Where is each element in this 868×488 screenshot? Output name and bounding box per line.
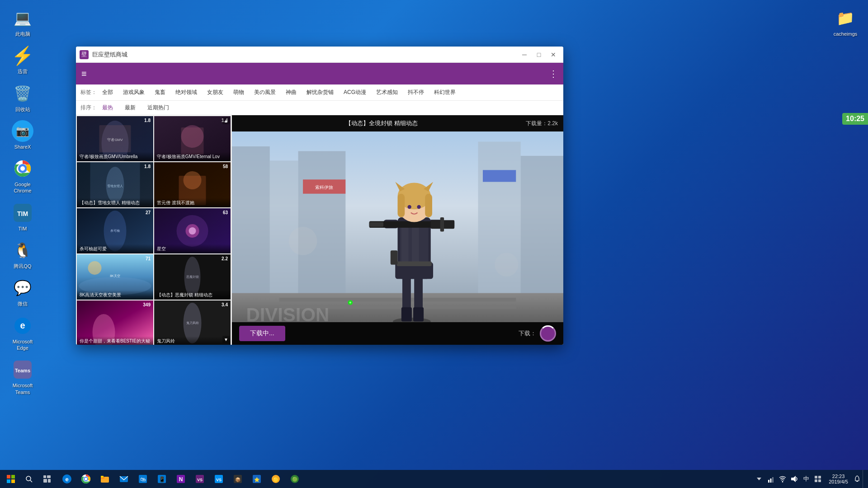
show-desktop-button[interactable] [863,470,866,488]
start-button[interactable] [2,470,20,488]
sort-trending[interactable]: 近期热门 [146,103,171,113]
svg-text:守者GMV: 守者GMV [107,138,123,142]
tray-ime[interactable]: 中 [801,474,811,484]
taskbar-onenote[interactable]: N [172,470,190,488]
thumb-item-3[interactable]: 58 苦元僧 渡我不渡她 [154,162,231,207]
svg-rect-67 [369,222,383,227]
svg-text:🛍: 🛍 [140,476,146,483]
recycle-bin-label: 回收站 [15,106,30,113]
taskbar-app4[interactable]: 🟢 [286,470,304,488]
taskbar-vs2[interactable]: VS [210,470,228,488]
tags-label: 标签： [80,89,97,96]
desktop-icon-wechat[interactable]: 💬 微信 [5,274,41,310]
thumb-item-4[interactable]: 杀可柚 27 杀可柚超可爱 [77,208,153,253]
preview-header: 【动态】全境封锁 精细动态 下载量：2.2k [232,115,563,131]
thumb-item-0[interactable]: 守者GMV 1.8 守者/极致画质GMV/Umbrella [77,116,153,161]
taskbar-explorer[interactable] [96,470,114,488]
taskbar-phone[interactable]: 📱 [153,470,171,488]
download-button[interactable]: 下载中... [239,326,285,341]
thumb-item-8[interactable]: 349 你是个甜甜，来看看BESTIE的大秘 [77,300,153,345]
scroll-down-arrow[interactable]: ▼ [222,336,230,343]
thumb-count-0: 1.8 [144,118,151,123]
tag-cute[interactable]: 萌物 [231,88,246,97]
svg-point-90 [26,476,31,481]
taskbar-app2[interactable]: ⭐ [248,470,266,488]
hamburger-button[interactable]: ≡ [81,69,87,79]
taskbar-store[interactable]: 🛍 [134,470,152,488]
thumb-item-1[interactable]: 1.4 守者/极致画质GMV/Eternal Lov [154,116,231,161]
sharex-icon: 📷 [12,120,33,142]
maximize-button[interactable]: □ [533,49,545,60]
more-button[interactable]: ⋮ [549,68,558,79]
thumb-count-3: 58 [223,164,228,169]
desktop-icon-chrome[interactable]: Google Chrome [5,155,41,197]
thumb-item-2[interactable]: 雪地女猎人 1.8 【动态】雪地女猎人 精细动态 [77,162,153,207]
sort-hot[interactable]: 最热 [100,103,115,113]
tray-wifi[interactable] [777,474,788,484]
tag-ghost[interactable]: 鬼畜 [153,88,167,97]
taskbar-edge[interactable]: e [58,470,76,488]
tray-notification[interactable] [852,474,863,484]
svg-rect-92 [43,475,46,478]
cacheimgs-label: cacheimgs [834,31,858,37]
tag-art[interactable]: 艺术感知 [374,88,400,97]
close-button[interactable]: ✕ [547,49,560,60]
svg-rect-79 [396,261,431,266]
download-info: 下载： [519,325,556,342]
taskbar-app3[interactable]: 🟡 [267,470,285,488]
tag-all[interactable]: 全部 [100,88,115,97]
desktop-icon-xunlei[interactable]: ⚡ 迅雷 [5,42,41,77]
minimize-button[interactable]: ─ [518,49,531,60]
tray-arrow[interactable] [754,474,764,484]
svg-text:VS: VS [216,478,222,482]
tag-misc[interactable]: 解忧杂货铺 [305,88,335,97]
thumb-title-0: 守者/极致画质GMV/Umbrella [80,154,151,160]
svg-text:🟡: 🟡 [273,477,279,483]
taskbar-vs[interactable]: VS [191,470,209,488]
desktop-icon-recycle-bin[interactable]: 🗑️ 回收站 [5,80,41,115]
tag-gf[interactable]: 女朋友 [205,88,225,97]
cacheimgs-icon: 📁 [835,7,856,29]
task-view-button[interactable] [38,470,56,488]
tray-network[interactable] [765,474,776,484]
title-bar: 壁 巨应壁纸商城 ─ □ ✕ [76,47,563,63]
wechat-label: 微信 [18,300,28,307]
search-button[interactable] [20,470,38,488]
taskbar-mail[interactable] [115,470,133,488]
tag-scifi[interactable]: 科幻世界 [432,88,458,97]
thumbnail-panel[interactable]: ▲ [76,115,232,345]
tray-volume[interactable] [789,474,800,484]
thumb-item-5[interactable]: 63 星空 [154,208,231,253]
qq-label: 腾讯QQ [14,263,31,269]
thumb-title-8: 你是个甜甜，来看看BESTIE的大秘 [80,338,151,344]
thumb-item-7[interactable]: 恶魔封锁 2.2 【动态】恶魔封锁 精细动态 [154,254,231,300]
thumb-item-6[interactable]: 8K天空 71 8K高清天空夜空美景 [77,254,153,300]
tag-scenery[interactable]: 美の風景 [252,88,278,97]
tag-zone[interactable]: 绝对领域 [174,88,199,97]
tray-grid[interactable] [812,474,823,484]
tag-tiktok[interactable]: 抖不停 [406,88,426,97]
desktop-icon-qq[interactable]: 🐧 腾讯QQ [5,237,41,272]
desktop-icon-teams[interactable]: Teams Microsoft Teams [5,356,41,398]
taskbar-app1[interactable]: 📦 [229,470,247,488]
tim-icon: TIM [12,202,33,224]
tag-music[interactable]: 神曲 [284,88,298,97]
scroll-up-arrow[interactable]: ▲ [222,117,230,124]
main-content: ▲ [76,115,563,345]
taskbar-chrome[interactable] [77,470,95,488]
download-progress-circle[interactable] [540,325,556,342]
desktop-icon-edge[interactable]: e Microsoft Edge [5,312,41,354]
teams-label: Microsoft Teams [7,382,38,395]
desktop-icon-tim[interactable]: TIM TIM [5,199,41,235]
window-controls: ─ □ ✕ [518,49,560,60]
desktop-icon-sharex[interactable]: 📷 ShareX [5,117,41,153]
desktop-icon-this-pc[interactable]: 💻 此电脑 [5,5,41,40]
taskbar-clock[interactable]: 22:23 2019/4/5 [825,474,852,484]
qq-icon: 🐧 [12,239,33,261]
sort-new[interactable]: 最新 [123,103,137,113]
desktop-icon-cacheimgs[interactable]: 📁 cacheimgs [827,5,863,40]
svg-rect-87 [11,475,15,479]
tag-game[interactable]: 游戏风象 [121,88,146,97]
tag-acg[interactable]: ACG动漫 [342,88,368,97]
thumb-item-9[interactable]: 鬼刀风铃 3.4 鬼刀风铃 [154,300,231,345]
